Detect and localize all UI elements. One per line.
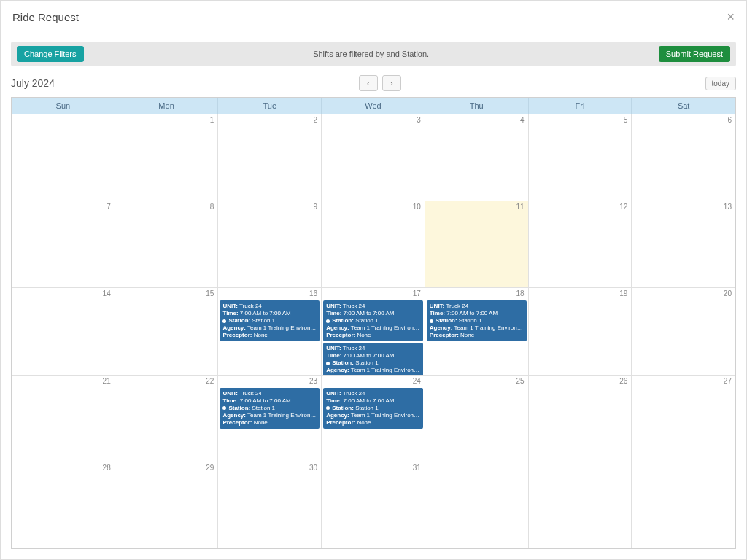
day-number: 16 xyxy=(309,289,317,298)
day-number: 14 xyxy=(103,289,111,298)
calendar-cell[interactable]: 6 xyxy=(632,114,735,201)
day-number: 1 xyxy=(210,116,214,124)
shift-event[interactable]: UNIT: Truck 24Time: 7:00 AM to 7:00 AMSt… xyxy=(323,388,423,429)
calendar-week: 28293031 xyxy=(12,462,735,548)
day-number: 20 xyxy=(724,289,732,298)
day-header-fri: Fri xyxy=(529,98,632,114)
day-header-thu: Thu xyxy=(425,98,529,114)
calendar-week: 212223UNIT: Truck 24Time: 7:00 AM to 7:0… xyxy=(12,375,735,462)
calendar-cell[interactable]: 26 xyxy=(529,376,632,462)
day-header-wed: Wed xyxy=(322,98,425,114)
cell-events: UNIT: Truck 24Time: 7:00 AM to 7:00 AMSt… xyxy=(220,300,320,341)
calendar-cell[interactable]: 30 xyxy=(218,462,322,548)
calendar-cell[interactable]: 12 xyxy=(529,201,632,287)
day-header-mon: Mon xyxy=(115,98,219,114)
today-button[interactable]: today xyxy=(705,77,736,90)
calendar-week: 123456 xyxy=(12,114,735,201)
calendar-cell[interactable]: 18UNIT: Truck 24Time: 7:00 AM to 7:00 AM… xyxy=(425,288,529,374)
modal-header: Ride Request × xyxy=(1,1,746,34)
day-number: 29 xyxy=(206,464,214,472)
day-number: 30 xyxy=(309,464,317,472)
next-month-button[interactable]: › xyxy=(382,75,401,91)
day-number: 23 xyxy=(309,377,317,385)
day-number: 6 xyxy=(727,116,732,124)
change-filters-button[interactable]: Change Filters xyxy=(17,46,84,62)
day-number: 31 xyxy=(413,464,421,472)
calendar-cell[interactable]: 31 xyxy=(322,462,425,548)
toolbar: Change Filters Shifts are filtered by an… xyxy=(1,34,746,71)
calendar-cell[interactable] xyxy=(529,462,632,548)
day-number: 22 xyxy=(206,377,214,385)
prev-month-button[interactable]: ‹ xyxy=(359,75,378,91)
day-number: 11 xyxy=(516,203,524,211)
cell-events: UNIT: Truck 24Time: 7:00 AM to 7:00 AMSt… xyxy=(323,388,423,429)
calendar-cell[interactable]: 15 xyxy=(115,288,219,374)
calendar-weeks: 12345678910111213141516UNIT: Truck 24Tim… xyxy=(12,114,735,548)
calendar-cell[interactable]: 7 xyxy=(12,201,115,287)
day-number: 8 xyxy=(210,203,214,211)
day-number: 21 xyxy=(103,377,111,385)
calendar: SunMonTueWedThuFriSat 123456789101112131… xyxy=(11,97,736,549)
calendar-cell[interactable]: 5 xyxy=(529,114,632,201)
day-number: 3 xyxy=(417,116,421,124)
month-label: July 2024 xyxy=(11,77,55,89)
calendar-cell[interactable]: 11 xyxy=(425,201,529,287)
cell-events: UNIT: Truck 24Time: 7:00 AM to 7:00 AMSt… xyxy=(220,388,320,429)
calendar-cell[interactable]: 24UNIT: Truck 24Time: 7:00 AM to 7:00 AM… xyxy=(322,376,425,462)
calendar-cell[interactable]: 10 xyxy=(322,201,425,287)
day-number: 18 xyxy=(516,289,524,298)
calendar-cell[interactable] xyxy=(632,462,735,548)
calendar-cell[interactable]: 22 xyxy=(115,376,219,462)
calendar-cell[interactable]: 2 xyxy=(218,114,322,201)
close-button[interactable]: × xyxy=(727,9,735,25)
day-header-sat: Sat xyxy=(632,98,735,114)
filter-description: Shifts are filtered by and Station. xyxy=(91,50,651,58)
calendar-cell[interactable] xyxy=(425,462,529,548)
calendar-cell[interactable]: 8 xyxy=(115,201,219,287)
filter-bar: Change Filters Shifts are filtered by an… xyxy=(11,42,736,66)
calendar-cell[interactable]: 4 xyxy=(425,114,529,201)
calendar-nav: July 2024 ‹ › today xyxy=(1,71,746,94)
calendar-week: 141516UNIT: Truck 24Time: 7:00 AM to 7:0… xyxy=(12,287,735,374)
ride-request-modal: Ride Request × Change Filters Shifts are… xyxy=(0,0,747,560)
cell-events: UNIT: Truck 24Time: 7:00 AM to 7:00 AMSt… xyxy=(427,300,527,341)
day-number: 5 xyxy=(624,116,628,124)
submit-request-button[interactable]: Submit Request xyxy=(659,46,730,62)
shift-event[interactable]: UNIT: Truck 24Time: 7:00 AM to 7:00 AMSt… xyxy=(323,300,423,341)
calendar-cell[interactable]: 13 xyxy=(632,201,735,287)
calendar-cell[interactable]: 9 xyxy=(218,201,322,287)
day-header-sun: Sun xyxy=(12,98,115,114)
day-number: 25 xyxy=(516,377,524,385)
day-number: 4 xyxy=(520,116,525,124)
day-number: 15 xyxy=(206,289,214,298)
calendar-cell[interactable]: 29 xyxy=(115,462,219,548)
day-number: 17 xyxy=(413,289,421,298)
calendar-cell[interactable]: 20 xyxy=(632,288,735,374)
calendar-cell[interactable]: 3 xyxy=(322,114,425,201)
calendar-cell[interactable]: 28 xyxy=(12,462,115,548)
calendar-cell[interactable]: 16UNIT: Truck 24Time: 7:00 AM to 7:00 AM… xyxy=(218,288,322,374)
calendar-cell[interactable]: 19 xyxy=(529,288,632,374)
shift-event[interactable]: UNIT: Truck 24Time: 7:00 AM to 7:00 AMSt… xyxy=(220,388,320,429)
day-number: 24 xyxy=(413,377,421,385)
day-header-tue: Tue xyxy=(218,98,322,114)
day-number: 27 xyxy=(724,377,732,385)
day-number: 2 xyxy=(314,116,318,124)
calendar-cell[interactable]: 21 xyxy=(12,376,115,462)
calendar-cell[interactable]: 25 xyxy=(425,376,529,462)
calendar-cell[interactable]: 17UNIT: Truck 24Time: 7:00 AM to 7:00 AM… xyxy=(322,288,425,374)
calendar-cell[interactable]: 27 xyxy=(632,376,735,462)
calendar-cell[interactable]: 1 xyxy=(115,114,219,201)
shift-event[interactable]: UNIT: Truck 24Time: 7:00 AM to 7:00 AMSt… xyxy=(220,300,320,341)
day-number: 7 xyxy=(107,203,111,211)
shift-event[interactable]: UNIT: Truck 24Time: 7:00 AM to 7:00 AMSt… xyxy=(323,343,423,374)
calendar-cell[interactable]: 23UNIT: Truck 24Time: 7:00 AM to 7:00 AM… xyxy=(218,376,322,462)
day-number: 10 xyxy=(413,203,421,211)
shift-event[interactable]: UNIT: Truck 24Time: 7:00 AM to 7:00 AMSt… xyxy=(427,300,527,341)
modal-title: Ride Request xyxy=(12,11,79,23)
cell-events: UNIT: Truck 24Time: 7:00 AM to 7:00 AMSt… xyxy=(323,300,423,374)
calendar-cell[interactable] xyxy=(12,114,115,201)
calendar-cell[interactable]: 14 xyxy=(12,288,115,374)
day-number: 13 xyxy=(724,203,732,211)
day-number: 26 xyxy=(619,377,627,385)
